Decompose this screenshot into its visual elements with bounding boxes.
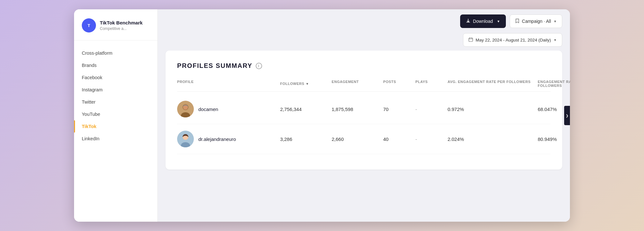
- download-button[interactable]: Download ▼: [460, 14, 506, 28]
- calendar-icon: [469, 37, 473, 43]
- sidebar-header: T TikTok Benchmark Competitive a...: [74, 9, 157, 41]
- col-posts: POSTS: [383, 80, 415, 88]
- svg-rect-2: [469, 38, 473, 42]
- sidebar-item-linkedin[interactable]: LinkedIn: [74, 133, 157, 145]
- plays-cell: -: [415, 106, 448, 112]
- topbar: Download ▼ Campaign · All ▼: [158, 9, 570, 33]
- content-area: PROFILES SUMMARY i PROFILE FOLLOWERS ▼ E…: [158, 51, 570, 222]
- col-avg-engagement: AVG. ENGAGEMENT RATE PER FOLLOWERS: [448, 80, 538, 88]
- app-subtitle: Competitive a...: [100, 26, 143, 31]
- plays-cell: -: [415, 136, 448, 142]
- app-info: TikTok Benchmark Competitive a...: [100, 20, 143, 31]
- avatar: [177, 101, 194, 117]
- col-profile: PROFILE: [177, 80, 280, 88]
- date-range-label: May 22, 2024 - August 21, 2024 (Daily): [476, 38, 551, 42]
- avg-engagement-rate-cell: 2.024%: [448, 136, 538, 142]
- date-range-button[interactable]: May 22, 2024 - August 21, 2024 (Daily) ▼: [463, 33, 562, 47]
- profile-name: docamen: [198, 106, 218, 112]
- sidebar-nav: Cross-platformBrandsFacebookInstagramTwi…: [74, 41, 157, 222]
- campaign-label: Campaign · All: [522, 19, 551, 24]
- engagement-cell: 2,660: [332, 136, 383, 142]
- sort-arrow: ▼: [306, 82, 309, 86]
- chevron-down-icon: ▼: [554, 20, 557, 23]
- side-tab[interactable]: ❯: [564, 106, 570, 125]
- download-label: Download: [473, 19, 493, 24]
- sidebar-item-instagram[interactable]: Instagram: [74, 84, 157, 96]
- posts-cell: 70: [383, 106, 415, 112]
- topbar-row2: May 22, 2024 - August 21, 2024 (Daily) ▼: [158, 33, 570, 51]
- table-row: dr.alejandraneuro3,2862,66040-2.024%80.9…: [177, 124, 551, 154]
- bookmark-icon: [515, 19, 519, 24]
- section-title: PROFILES SUMMARY i: [177, 62, 551, 69]
- col-followers[interactable]: FOLLOWERS ▼: [280, 80, 332, 88]
- download-icon: [466, 19, 470, 24]
- campaign-filter-button[interactable]: Campaign · All ▼: [510, 14, 562, 28]
- table-body: docamen2,756,3441,875,59870-0.972%68.047…: [177, 94, 551, 154]
- followers-cell: 2,756,344: [280, 106, 332, 112]
- profile-name: dr.alejandraneuro: [198, 136, 236, 142]
- svg-text:T: T: [88, 23, 90, 28]
- engagement-cell: 1,875,598: [332, 106, 383, 112]
- side-tab-icon: ❯: [566, 114, 568, 117]
- profiles-summary-card: PROFILES SUMMARY i PROFILE FOLLOWERS ▼ E…: [166, 51, 562, 170]
- sidebar: T TikTok Benchmark Competitive a... Cros…: [74, 9, 158, 222]
- profile-cell-docamen: docamen: [177, 101, 280, 117]
- main-content: Download ▼ Campaign · All ▼: [158, 9, 570, 222]
- info-icon[interactable]: i: [256, 63, 262, 69]
- sidebar-item-facebook[interactable]: Facebook: [74, 71, 157, 84]
- chevron-down-icon: ▼: [554, 38, 557, 42]
- followers-cell: 3,286: [280, 136, 332, 142]
- sidebar-item-brands[interactable]: Brands: [74, 59, 157, 71]
- col-plays: PLAYS: [415, 80, 448, 88]
- table-row: docamen2,756,3441,875,59870-0.972%68.047…: [177, 94, 551, 124]
- sidebar-item-cross-platform[interactable]: Cross-platform: [74, 47, 157, 59]
- section-title-text: PROFILES SUMMARY: [177, 62, 252, 69]
- engagement-rate-cell: 80.949%: [538, 136, 570, 142]
- col-engagement: ENGAGEMENT: [332, 80, 383, 88]
- table-header: PROFILE FOLLOWERS ▼ ENGAGEMENT POSTS PLA…: [177, 80, 551, 92]
- sidebar-item-twitter[interactable]: Twitter: [74, 96, 157, 108]
- app-icon: T: [82, 18, 96, 32]
- avg-engagement-rate-cell: 0.972%: [448, 106, 538, 112]
- posts-cell: 40: [383, 136, 415, 142]
- sidebar-item-tiktok[interactable]: TikTok: [74, 120, 157, 133]
- app-window: T TikTok Benchmark Competitive a... Cros…: [74, 9, 570, 222]
- col-engagement-rate: ENGAGEMENT RATE PER FOLLOWERS: [538, 80, 570, 88]
- sidebar-item-youtube[interactable]: YouTube: [74, 108, 157, 120]
- profile-cell-dr-alejandra: dr.alejandraneuro: [177, 131, 280, 147]
- profiles-table: PROFILE FOLLOWERS ▼ ENGAGEMENT POSTS PLA…: [177, 80, 551, 154]
- app-title: TikTok Benchmark: [100, 20, 143, 26]
- chevron-down-icon: ▼: [497, 20, 500, 23]
- avatar: [177, 131, 194, 147]
